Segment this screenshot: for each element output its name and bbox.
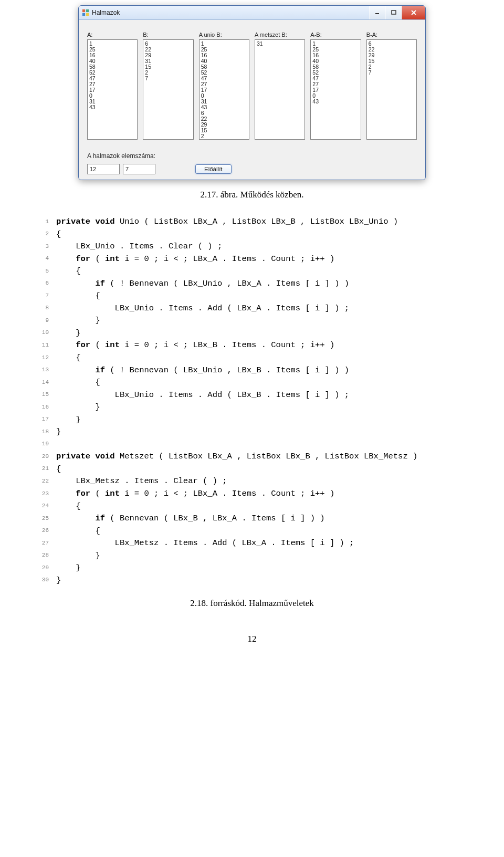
code-line: 9 } — [34, 315, 454, 327]
code-line: 25 if ( Bennevan ( LBx_B , LBx_A . Items… — [34, 513, 454, 525]
code-listing: 1private void Unio ( ListBox LBx_A , Lis… — [34, 216, 454, 587]
code-line: 29 } — [34, 562, 454, 574]
svg-rect-5 — [392, 11, 396, 14]
source-caption: 2.18. forráskód. Halmazműveletek — [50, 598, 454, 609]
code-line: 7 { — [34, 290, 454, 302]
code-line: 17 } — [34, 414, 454, 426]
column-2: A unio B:1 25 16 40 58 52 47 27 17 0 31 … — [199, 32, 249, 140]
column-4: A-B:1 25 16 40 58 52 47 27 17 0 43 — [310, 32, 361, 140]
column-0: A:1 25 16 40 58 52 47 27 17 0 31 43 — [87, 32, 138, 140]
code-line: 20private void Metszet ( ListBox LBx_A ,… — [34, 451, 454, 463]
count-a-field[interactable]: 12 — [87, 164, 120, 174]
svg-rect-2 — [82, 13, 85, 16]
close-button[interactable] — [402, 6, 425, 19]
figure-caption: 2.17. ábra. Működés közben. — [50, 190, 454, 200]
count-b-field[interactable]: 7 — [123, 164, 155, 174]
minimize-button[interactable] — [369, 6, 385, 19]
code-line: 19 — [34, 438, 454, 451]
listbox[interactable]: 1 25 16 40 58 52 47 27 17 0 31 43 — [87, 39, 138, 140]
column-label: A unio B: — [199, 32, 249, 38]
generate-button[interactable]: Előállít — [195, 164, 232, 174]
column-label: A-B: — [310, 32, 361, 38]
code-line: 12 { — [34, 352, 454, 364]
maximize-button[interactable] — [385, 6, 402, 19]
code-line: 24 { — [34, 500, 454, 513]
code-line: 1private void Unio ( ListBox LBx_A , Lis… — [34, 216, 454, 228]
code-line: 26 { — [34, 525, 454, 538]
listbox[interactable]: 6 22 29 15 2 7 — [366, 39, 417, 140]
listbox[interactable]: 1 25 16 40 58 52 47 27 17 0 31 43 6 22 2… — [199, 39, 249, 140]
title-bar: Halmazok — [79, 6, 425, 20]
code-line: 5 { — [34, 265, 454, 278]
count-label: A halmazok elemszáma: — [87, 152, 417, 160]
code-line: 14 { — [34, 377, 454, 389]
listbox[interactable]: 31 — [255, 39, 305, 140]
code-line: 15 LBx_Unio . Items . Add ( LBx_B . Item… — [34, 389, 454, 402]
svg-rect-0 — [82, 9, 85, 12]
code-line: 11 for ( int i = 0 ; i < ; LBx_B . Items… — [34, 339, 454, 352]
code-line: 16 } — [34, 401, 454, 414]
code-line: 3 LBx_Unio . Items . Clear ( ) ; — [34, 241, 454, 253]
listbox[interactable]: 1 25 16 40 58 52 47 27 17 0 43 — [310, 39, 361, 140]
code-line: 10 } — [34, 327, 454, 340]
code-line: 30} — [34, 574, 454, 587]
code-line: 8 LBx_Unio . Items . Add ( LBx_A . Items… — [34, 302, 454, 315]
column-label: B: — [143, 32, 193, 38]
column-label: B-A: — [366, 32, 417, 38]
code-line: 18} — [34, 426, 454, 438]
column-label: A: — [87, 32, 138, 38]
svg-rect-1 — [86, 9, 89, 12]
code-line: 22 LBx_Metsz . Items . Clear ( ) ; — [34, 475, 454, 488]
window-title: Halmazok — [92, 9, 369, 16]
code-line: 28 } — [34, 550, 454, 562]
listbox-columns: A:1 25 16 40 58 52 47 27 17 0 31 43B:6 2… — [87, 32, 417, 140]
code-line: 21{ — [34, 463, 454, 476]
code-line: 6 if ( ! Bennevan ( LBx_Unio , LBx_A . I… — [34, 278, 454, 290]
code-line: 23 for ( int i = 0 ; i < ; LBx_A . Items… — [34, 488, 454, 500]
column-5: B-A:6 22 29 15 2 7 — [366, 32, 417, 140]
app-icon — [82, 9, 89, 16]
page-number: 12 — [50, 634, 454, 644]
dialog-window: Halmazok A:1 25 16 40 58 52 47 27 17 0 3… — [78, 5, 426, 180]
code-line: 4 for ( int i = 0 ; i < ; LBx_A . Items … — [34, 253, 454, 266]
column-3: A metszet B:31 — [255, 32, 305, 140]
code-line: 2{ — [34, 228, 454, 241]
column-1: B:6 22 29 31 15 2 7 — [143, 32, 193, 140]
listbox[interactable]: 6 22 29 31 15 2 7 — [143, 39, 193, 140]
svg-rect-3 — [86, 13, 89, 16]
code-line: 13 if ( ! Bennevan ( LBx_Unio , LBx_B . … — [34, 364, 454, 377]
code-line: 27 LBx_Metsz . Items . Add ( LBx_A . Ite… — [34, 537, 454, 550]
column-label: A metszet B: — [255, 32, 305, 38]
